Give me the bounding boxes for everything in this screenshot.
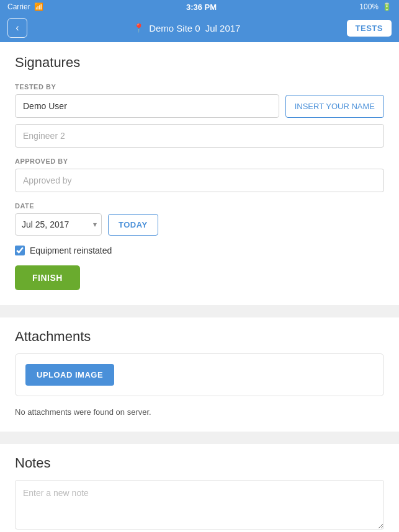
equipment-checkbox[interactable]	[15, 246, 25, 255]
site-label: Demo Site 0	[149, 23, 200, 33]
battery-label: 100%	[359, 2, 379, 11]
status-bar-time: 3:36 PM	[186, 2, 217, 12]
approved-by-group: APPROVED BY	[15, 157, 384, 192]
date-select[interactable]: Jul 25, 2017	[15, 213, 102, 236]
notes-textarea[interactable]	[15, 480, 384, 530]
tested-by-label: TESTED BY	[15, 83, 384, 91]
pin-icon: 📍	[133, 23, 144, 33]
equipment-label[interactable]: Equipment reinstated	[30, 246, 112, 255]
nav-bar: ‹ 📍 Demo Site 0 Jul 2017 TESTS	[0, 14, 399, 42]
finish-button[interactable]: FINISH	[15, 265, 80, 290]
back-button[interactable]: ‹	[7, 18, 27, 38]
back-icon: ‹	[16, 22, 19, 33]
approved-by-label: APPROVED BY	[15, 157, 384, 165]
equipment-row: Equipment reinstated	[15, 246, 384, 255]
tested-by-input[interactable]	[15, 94, 279, 118]
date-row: Jul 25, 2017 TODAY	[15, 213, 384, 236]
today-button[interactable]: TODAY	[108, 214, 158, 236]
gap-2	[0, 438, 399, 444]
gap-1	[0, 311, 399, 317]
attachments-card: Attachments UPLOAD IMAGE No attachments …	[0, 317, 399, 432]
tested-by-row: INSERT YOUR NAME	[15, 94, 384, 118]
signatures-card: Signatures TESTED BY INSERT YOUR NAME AP…	[0, 42, 399, 305]
engineer2-input[interactable]	[15, 124, 384, 148]
no-attachments-text: No attachments were found on server.	[15, 404, 384, 420]
carrier-label: Carrier	[7, 2, 30, 11]
notes-title: Notes	[15, 455, 384, 471]
signatures-title: Signatures	[15, 55, 384, 71]
battery-icon: 🔋	[382, 2, 392, 11]
attachments-title: Attachments	[15, 329, 384, 345]
nav-title: 📍 Demo Site 0 Jul 2017	[133, 23, 240, 33]
insert-name-button[interactable]: INSERT YOUR NAME	[285, 95, 384, 118]
date-label: Jul 2017	[205, 23, 241, 33]
status-bar-right: 100% 🔋	[359, 2, 392, 11]
main-content: Signatures TESTED BY INSERT YOUR NAME AP…	[0, 42, 399, 532]
wifi-icon: 📶	[34, 2, 43, 11]
upload-area: UPLOAD IMAGE	[15, 353, 384, 396]
notes-card: Notes	[0, 444, 399, 532]
date-group: DATE Jul 25, 2017 TODAY	[15, 202, 384, 236]
date-select-wrapper: Jul 25, 2017	[15, 213, 102, 236]
tested-by-group: TESTED BY INSERT YOUR NAME	[15, 83, 384, 148]
date-label: DATE	[15, 202, 384, 210]
approved-by-input[interactable]	[15, 169, 384, 192]
tests-button[interactable]: TESTS	[347, 20, 392, 37]
status-bar-left: Carrier 📶	[7, 2, 43, 11]
status-bar: Carrier 📶 3:36 PM 100% 🔋	[0, 0, 399, 14]
upload-image-button[interactable]: UPLOAD IMAGE	[25, 364, 114, 386]
